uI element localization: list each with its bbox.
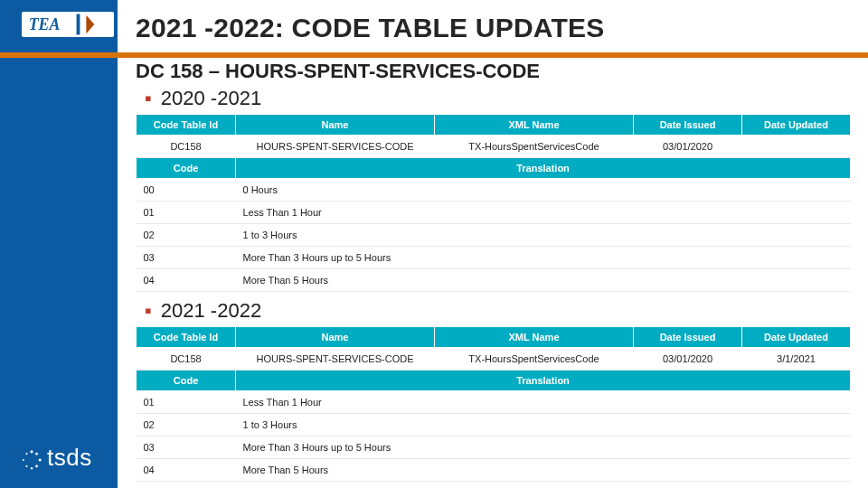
tea-logo: TEA [22,11,114,38]
svg-point-8 [31,466,33,468]
year-2020-2021: ▪2020 -2021 [145,87,859,110]
table-subheader-row: Code Translation [137,371,851,391]
bullet-icon: ▪ [145,87,152,109]
cell-id: DC158 [137,348,236,371]
header-code: Code [137,158,236,179]
header-code-table-id: Code Table Id [137,115,236,136]
header-xml-name: XML Name [435,327,634,348]
table-header-row: Code Table Id Name XML Name Date Issued … [137,327,851,348]
table-row: 01Less Than 1 Hour [137,391,851,414]
svg-point-6 [39,458,42,461]
header-translation: Translation [236,158,851,179]
cell-issued: 03/01/2020 [634,136,742,158]
cell-name: HOURS-SPENT-SERVICES-CODE [236,348,435,371]
table-info-row: DC158 HOURS-SPENT-SERVICES-CODE TX-Hours… [137,348,851,371]
cell-issued: 03/01/2020 [634,348,742,371]
tsds-logo: tsds [22,444,92,472]
tsds-text: tsds [47,444,92,472]
cell-id: DC158 [137,136,236,158]
header-code-table-id: Code Table Id [137,327,236,348]
sidebar: TEA tsds [0,0,118,488]
bullet-icon: ▪ [145,299,152,322]
header-date-updated: Date Updated [742,115,851,136]
content: 2021 -2022: CODE TABLE UPDATES DC 158 – … [136,0,859,482]
header-translation: Translation [236,371,851,391]
year-2021-2022: ▪2021 -2022 [145,299,859,323]
table-row: 021 to 3 Hours [137,224,851,247]
svg-rect-3 [77,14,80,35]
svg-point-4 [30,450,33,453]
cell-updated: 3/1/2021 [742,348,851,371]
svg-point-5 [35,452,38,455]
header-code: Code [137,371,236,391]
table-row: 021 to 3 Hours [137,414,851,436]
header-date-issued: Date Issued [634,327,742,348]
table-row: 03More Than 3 Hours up to 5 Hours [137,247,851,269]
table-row: 01Less Than 1 Hour [137,202,851,224]
cell-name: HOURS-SPENT-SERVICES-CODE [236,136,435,158]
svg-point-10 [23,458,24,460]
svg-point-7 [35,465,38,467]
table-row: 04More Than 5 Hours [137,459,851,482]
table-subheader-row: Code Translation [137,158,851,179]
table-row: 000 Hours [137,179,851,202]
table-row: 04More Than 5 Hours [137,269,851,292]
header-name: Name [236,115,435,136]
table-row: 03More Than 3 Hours up to 5 Hours [137,436,851,459]
code-table-2021: Code Table Id Name XML Name Date Issued … [136,326,851,482]
cell-xml: TX-HoursSpentServicesCode [435,348,634,371]
tsds-dots-icon [22,448,42,468]
table-header-row: Code Table Id Name XML Name Date Issued … [137,115,851,136]
cell-xml: TX-HoursSpentServicesCode [435,136,634,158]
header-name: Name [236,327,435,348]
header-date-updated: Date Updated [742,327,851,348]
svg-point-9 [25,465,27,466]
svg-text:TEA: TEA [29,15,61,33]
subtitle: DC 158 – HOURS-SPENT-SERVICES-CODE [136,60,859,83]
code-table-2020: Code Table Id Name XML Name Date Issued … [136,114,851,292]
slide: TEA tsds 2021 -2022: CODE TABLE UPDAT [0,0,868,488]
header-xml-name: XML Name [435,115,634,136]
cell-updated [742,136,851,158]
page-title: 2021 -2022: CODE TABLE UPDATES [136,13,859,43]
header-date-issued: Date Issued [634,115,742,136]
svg-point-11 [25,453,27,455]
table-info-row: DC158 HOURS-SPENT-SERVICES-CODE TX-Hours… [137,136,851,158]
